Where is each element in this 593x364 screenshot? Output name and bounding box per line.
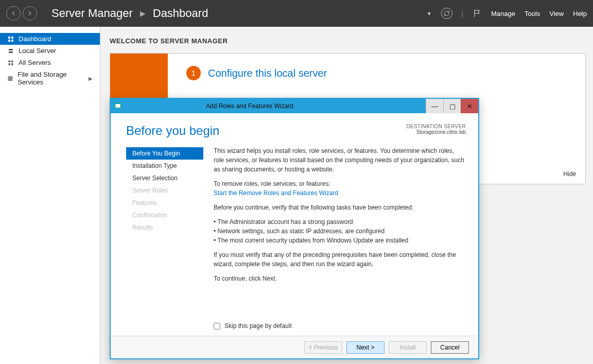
window-buttons: — ▢ ✕: [426, 99, 478, 113]
menu-help[interactable]: Help: [573, 10, 587, 18]
wizard-step-features: Features: [126, 197, 203, 209]
storage-icon: [7, 75, 13, 81]
sidebar-item-all-servers[interactable]: All Servers: [0, 57, 100, 68]
quickstart-step-1[interactable]: 1 Configure this local server: [186, 66, 567, 80]
bullet-item: The Administrator account has a strong p…: [214, 217, 466, 227]
add-roles-wizard-dialog: Add Roles and Features Wizard — ▢ ✕ Befo…: [110, 98, 479, 359]
wizard-step-results: Results: [126, 221, 203, 234]
wizard-body: Before you begin DESTINATION SERVER Stor…: [111, 113, 478, 358]
server-icon: [7, 48, 14, 54]
welcome-heading: WELCOME TO SERVER MANAGER: [110, 37, 586, 45]
back-button[interactable]: [6, 6, 21, 21]
breadcrumb: Server Manager ▶ Dashboard: [51, 7, 208, 20]
notifications-flag-icon[interactable]: [473, 9, 482, 18]
skip-page-label: Skip this page by default: [224, 321, 292, 331]
svg-rect-13: [115, 103, 121, 108]
close-button[interactable]: ✕: [461, 99, 478, 113]
sidebar-item-local-server[interactable]: Local Server: [0, 45, 100, 57]
bullet-item: Network settings, such as static IP addr…: [214, 227, 466, 236]
sidebar-item-label: All Servers: [19, 59, 51, 66]
wizard-step-installation-type[interactable]: Installation Type: [126, 160, 203, 172]
destination-value: Storagezone.citrix.lab: [406, 129, 466, 135]
skip-page-checkbox[interactable]: Skip this page by default: [214, 318, 466, 336]
minimize-button[interactable]: —: [426, 99, 443, 113]
wizard-app-icon: [114, 102, 122, 110]
sidebar: Dashboard Local Server All Servers File …: [0, 27, 100, 364]
sidebar-item-label: Dashboard: [19, 35, 51, 43]
header-right: ▼ | Manage Tools View Help: [427, 8, 587, 19]
dashboard-icon: [7, 36, 14, 42]
cancel-button[interactable]: Cancel: [431, 341, 469, 354]
wizard-steps: Before You Begin Installation Type Serve…: [126, 143, 203, 336]
svg-rect-5: [9, 51, 13, 53]
svg-rect-11: [8, 78, 13, 79]
menu-manage[interactable]: Manage: [491, 10, 515, 18]
refresh-button[interactable]: [441, 8, 452, 19]
app-title: Server Manager: [51, 7, 133, 20]
svg-rect-8: [9, 63, 11, 65]
divider: |: [462, 10, 463, 18]
wizard-step-server-roles: Server Roles: [126, 184, 203, 197]
sidebar-item-label: Local Server: [19, 47, 56, 55]
forward-button[interactable]: [23, 6, 37, 21]
wizard-step-server-selection[interactable]: Server Selection: [126, 172, 203, 184]
chevron-right-icon: ▶: [140, 9, 146, 18]
wizard-title: Add Roles and Features Wizard: [125, 102, 426, 110]
svg-rect-9: [11, 63, 13, 65]
svg-rect-2: [8, 40, 10, 42]
destination-label: DESTINATION SERVER: [406, 124, 466, 129]
prerequisite-list: The Administrator account has a strong p…: [214, 217, 466, 245]
close-note: If you must verify that any of the prece…: [214, 250, 466, 269]
servers-icon: [7, 60, 14, 66]
wizard-heading: Before you begin: [126, 124, 219, 138]
wizard-step-confirmation: Confirmation: [126, 209, 203, 221]
menu-tools[interactable]: Tools: [525, 10, 540, 18]
svg-rect-6: [9, 60, 11, 62]
sidebar-item-label: File and Storage Services: [18, 71, 84, 86]
svg-rect-4: [9, 49, 13, 50]
wizard-content: Before You Begin Installation Type Serve…: [111, 143, 478, 336]
svg-rect-1: [11, 37, 13, 39]
wizard-header-row: Before you begin DESTINATION SERVER Stor…: [111, 113, 478, 143]
svg-rect-3: [11, 40, 13, 42]
continue-note: To continue, click Next.: [214, 274, 466, 283]
step-link: Configure this local server: [208, 67, 327, 79]
nav-arrows: [6, 6, 37, 21]
svg-rect-12: [8, 80, 13, 81]
previous-button: < Previous: [304, 341, 342, 354]
sidebar-item-dashboard[interactable]: Dashboard: [0, 33, 100, 45]
chevron-right-icon: ▶: [89, 76, 93, 81]
wizard-text: This wizard helps you install roles, rol…: [214, 143, 466, 336]
step-number-badge: 1: [186, 66, 201, 80]
dropdown-caret-icon[interactable]: ▼: [427, 11, 432, 16]
remove-roles-link[interactable]: Start the Remove Roles and Features Wiza…: [214, 189, 338, 197]
destination-server: DESTINATION SERVER Storagezone.citrix.la…: [406, 124, 466, 135]
wizard-titlebar[interactable]: Add Roles and Features Wizard — ▢ ✕: [111, 99, 478, 113]
wizard-footer: < Previous Next > Install Cancel: [111, 336, 478, 358]
wizard-intro: This wizard helps you install roles, rol…: [214, 146, 466, 174]
bullet-item: The most current security updates from W…: [214, 236, 466, 245]
next-button[interactable]: Next >: [346, 341, 385, 354]
maximize-button[interactable]: ▢: [443, 99, 461, 113]
install-button: Install: [389, 341, 427, 354]
app-header: Server Manager ▶ Dashboard ▼ | Manage To…: [0, 0, 593, 27]
verify-label: Before you continue, verify that the fol…: [214, 203, 466, 212]
remove-label: To remove roles, role services, or featu…: [214, 180, 330, 187]
skip-page-input[interactable]: [214, 323, 220, 330]
svg-rect-10: [8, 77, 13, 78]
sidebar-item-file-storage[interactable]: File and Storage Services ▶: [0, 68, 100, 88]
page-title: Dashboard: [153, 7, 208, 20]
svg-rect-7: [11, 60, 13, 62]
svg-rect-0: [8, 37, 10, 39]
wizard-step-before-you-begin[interactable]: Before You Begin: [126, 147, 203, 160]
hide-link[interactable]: Hide: [563, 170, 576, 178]
menu-view[interactable]: View: [549, 10, 564, 18]
